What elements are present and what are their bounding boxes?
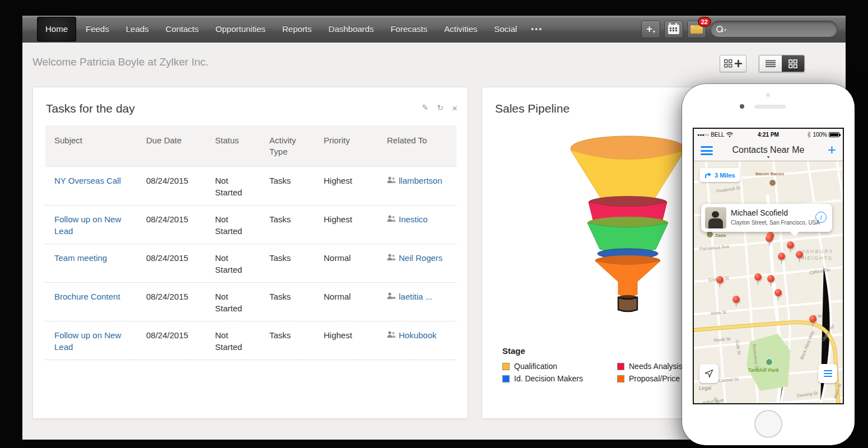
nav-item-activities[interactable]: Activities: [436, 16, 486, 43]
caret-down-icon: ▾: [653, 29, 655, 34]
map-pin[interactable]: [778, 253, 785, 260]
nav-item-contacts[interactable]: Contacts: [157, 16, 207, 43]
add-component-button[interactable]: [720, 55, 746, 72]
map-pin[interactable]: [774, 289, 782, 296]
task-status: Not Started: [215, 175, 256, 198]
task-activity-type: Tasks: [260, 321, 315, 360]
distance-button[interactable]: 3 Miles: [699, 168, 740, 182]
map-label: Bacon Bacon: [755, 171, 784, 176]
edit-icon[interactable]: ✎: [422, 103, 429, 114]
refresh-icon[interactable]: ↻: [437, 103, 444, 114]
funnel-segment-proposal[interactable]: [595, 261, 660, 296]
task-due-date: 08/24/2015: [137, 206, 206, 244]
plus-icon: +: [646, 24, 652, 34]
restaurant-poi-icon[interactable]: [769, 179, 776, 186]
battery-icon: [829, 132, 839, 137]
add-contact-button[interactable]: +: [828, 141, 836, 158]
task-subject-link[interactable]: Follow up on New Lead: [54, 330, 121, 352]
nav-item-social[interactable]: Social: [486, 16, 525, 43]
funnel-segment-green[interactable]: [587, 223, 668, 253]
phone-app-bar: Contacts Near Me ▼ +: [694, 140, 843, 161]
related-to-link[interactable]: laetitia ...: [399, 291, 432, 302]
map-pin[interactable]: [766, 235, 773, 242]
tasks-table: Subject Due Date Status Activity Type Pr…: [45, 125, 456, 360]
contact-address: Clayton Street, San Francisco, USA: [731, 220, 820, 226]
list-toggle-button[interactable]: [818, 364, 837, 383]
screenshot-frame: Home Feeds Leads Contacts Opportunities …: [0, 0, 868, 448]
park-poi-icon[interactable]: [766, 358, 773, 366]
table-row: Brochure Content 08/24/2015 Not Started …: [45, 283, 456, 321]
legend-item-qualification: Qualification: [502, 360, 617, 372]
calendar-button[interactable]: [664, 21, 683, 38]
column-header-due-date: Due Date: [137, 125, 206, 166]
search-icon: [716, 26, 723, 32]
task-subject-link[interactable]: NY Overseas Call: [54, 176, 121, 185]
distance-label: 3 Miles: [715, 172, 735, 179]
map-view[interactable]: Bacon Bacon Frederick St Zazie Parnassus…: [694, 161, 843, 404]
task-subject-link[interactable]: Brochure Content: [54, 292, 120, 301]
list-icon: [824, 368, 832, 379]
column-header-priority: Priority: [315, 125, 378, 166]
task-priority: Normal: [315, 244, 378, 282]
related-to-link[interactable]: Hokubook: [399, 329, 437, 341]
map-pin[interactable]: [796, 251, 803, 258]
quick-add-button[interactable]: +▾: [641, 21, 660, 38]
title-caret-icon[interactable]: ▼: [694, 155, 843, 159]
map-pin[interactable]: [716, 276, 724, 283]
phone-speaker: [754, 105, 786, 109]
locate-me-button[interactable]: [699, 364, 718, 383]
close-icon[interactable]: ×: [452, 103, 458, 114]
turn-right-arrow-icon: [704, 172, 712, 179]
nav-more-button[interactable]: •••: [525, 16, 548, 43]
tasks-panel-actions: ✎ ↻ ×: [422, 103, 458, 114]
calendar-icon: [668, 25, 679, 34]
top-navbar: Home Feeds Leads Contacts Opportunities …: [22, 16, 846, 43]
task-priority: Highest: [315, 206, 378, 244]
nav-item-opportunities[interactable]: Opportunities: [207, 16, 274, 43]
map-label: Zazie: [715, 233, 726, 238]
task-subject-link[interactable]: Follow up on New Lead: [54, 214, 121, 236]
legend-label: Id. Decision Makers: [514, 374, 583, 383]
nav-item-home[interactable]: Home: [37, 17, 76, 41]
nav-item-reports[interactable]: Reports: [274, 16, 320, 43]
contact-name: Michael Scofield: [731, 208, 788, 217]
bluetooth-icon: [807, 132, 811, 138]
tasks-panel-title: Tasks for the day: [46, 102, 135, 115]
mail-button[interactable]: 22: [687, 21, 706, 38]
map-pin[interactable]: [809, 315, 816, 323]
related-to-link[interactable]: Inestico: [399, 213, 428, 225]
info-icon[interactable]: i: [815, 212, 827, 223]
task-subject-link[interactable]: Team meeting: [54, 253, 107, 263]
task-status: Not Started: [215, 291, 256, 314]
navigation-arrow-icon: [704, 369, 713, 378]
column-header-subject: Subject: [45, 125, 137, 166]
nav-item-feeds[interactable]: Feeds: [77, 16, 118, 43]
nav-item-forecasts[interactable]: Forecasts: [382, 16, 436, 43]
nav-item-leads[interactable]: Leads: [118, 16, 157, 43]
legal-label[interactable]: Legal: [699, 385, 711, 391]
contact-callout[interactable]: Michael Scofield Clayton Street, San Fra…: [701, 204, 832, 232]
list-icon: [766, 60, 776, 68]
map-pin[interactable]: [732, 296, 740, 303]
task-activity-type: Tasks: [260, 283, 315, 321]
list-view-button[interactable]: [759, 55, 782, 72]
map-pin[interactable]: [787, 241, 794, 249]
nav-item-dashboards[interactable]: Dashboards: [320, 16, 382, 43]
table-row: Follow up on New Lead 08/24/2015 Not Sta…: [45, 321, 456, 360]
task-due-date: 08/24/2015: [137, 244, 206, 282]
home-button[interactable]: [754, 410, 782, 438]
task-activity-type: Tasks: [260, 244, 315, 282]
tasks-table-header: Subject Due Date Status Activity Type Pr…: [45, 125, 456, 167]
phone-app-title: Contacts Near Me: [694, 145, 843, 155]
related-to-link[interactable]: llambertson: [399, 175, 442, 186]
global-search[interactable]: ▾: [710, 21, 838, 38]
contact-icon: [387, 254, 396, 261]
map-pin[interactable]: [767, 275, 774, 282]
search-input[interactable]: [731, 25, 826, 34]
park-label: Tankhill Park: [748, 367, 779, 373]
map-pin[interactable]: [754, 273, 762, 281]
grid-view-button[interactable]: [782, 55, 804, 72]
sales-pipeline-title: Sales Pipeline: [495, 102, 570, 115]
related-to-link[interactable]: Neil Rogers: [399, 252, 442, 264]
tasks-panel: Tasks for the day ✎ ↻ × Subject Due Date…: [32, 87, 468, 419]
